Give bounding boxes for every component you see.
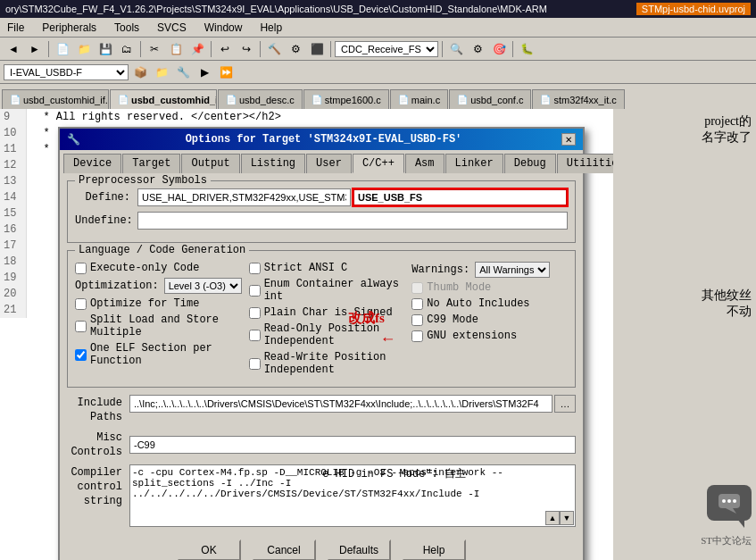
chk-ro-pos-label: Read-Only Position Independent xyxy=(264,322,405,347)
compiler-scroll-up[interactable]: ▲ xyxy=(545,511,560,525)
chk-ro-pos-input[interactable] xyxy=(249,330,261,341)
tab-it[interactable]: 📄 stm32f4xx_it.c xyxy=(532,89,624,109)
dialog-tab-listing[interactable]: Listing xyxy=(241,154,305,173)
define-label: Define: xyxy=(75,191,137,204)
menu-bar: File Peripherals Tools SVCS Window Help xyxy=(0,18,756,38)
btn-t2-2[interactable]: 📁 xyxy=(152,63,171,81)
btn-forward[interactable]: ► xyxy=(25,40,45,58)
chk-no-auto-label: No Auto Includes xyxy=(427,297,529,310)
chk-gnu-label: GNU extensions xyxy=(427,330,517,342)
chk-no-auto: No Auto Includes xyxy=(411,297,568,310)
tab-stmpe[interactable]: 📄 stmpe1600.c xyxy=(303,89,389,109)
btn-new[interactable]: 📄 xyxy=(53,40,72,58)
chk-one-elf-input[interactable] xyxy=(75,349,87,361)
function-combo[interactable]: CDC_Receive_FS xyxy=(335,41,438,57)
include-browse-button[interactable]: … xyxy=(554,395,576,413)
btn-open[interactable]: 📁 xyxy=(74,40,94,58)
warnings-select[interactable]: All Warnings xyxy=(475,262,550,278)
chk-plain-char-input[interactable] xyxy=(249,307,261,319)
compiler-scroll-down[interactable]: ▼ xyxy=(560,511,574,525)
optimization-select[interactable]: Level 3 (-O3) xyxy=(164,278,242,294)
chat-icon-svg xyxy=(717,492,742,514)
tab-customhid-2[interactable]: 📄 usbd_customhid_if.h xyxy=(110,89,217,109)
chk-enum-container-input[interactable] xyxy=(249,285,261,297)
tab-desc[interactable]: 📄 usbd_desc.c xyxy=(218,89,303,109)
chk-no-auto-input[interactable] xyxy=(411,298,423,310)
chk-strict-ansi: Strict ANSI C xyxy=(249,262,405,274)
menu-window[interactable]: Window xyxy=(201,21,246,35)
tab-label-2: usbd_customhid_if.h xyxy=(131,95,217,105)
defaults-button[interactable]: Defaults xyxy=(327,539,391,560)
dialog-tab-target[interactable]: Target xyxy=(122,154,180,173)
menu-svcs[interactable]: SVCS xyxy=(154,21,190,35)
chk-strict-ansi-input[interactable] xyxy=(249,263,261,274)
help-button[interactable]: Help xyxy=(402,539,466,560)
dialog-tab-output[interactable]: Output xyxy=(181,154,239,173)
btn-t2-1[interactable]: 📦 xyxy=(130,63,150,81)
chk-thumb-label: Thumb Mode xyxy=(427,281,491,294)
dialog-tab-device[interactable]: Device xyxy=(63,154,121,173)
tab-conf[interactable]: 📄 usbd_conf.c xyxy=(449,89,531,109)
chk-ro-pos: Read-Only Position Independent xyxy=(249,322,405,347)
chat-bubble-area xyxy=(707,485,752,521)
menu-peripherals[interactable]: Peripherals xyxy=(38,21,100,35)
menu-help[interactable]: Help xyxy=(256,21,286,35)
side-text: e HID in FS Mode": 自主 xyxy=(322,466,466,481)
chk-c99-input[interactable] xyxy=(411,314,423,326)
dialog-tab-cc[interactable]: C/C++ xyxy=(353,154,404,173)
btn-save[interactable]: 💾 xyxy=(96,40,115,58)
dialog-close-button[interactable]: ✕ xyxy=(561,133,576,146)
undefine-input[interactable] xyxy=(137,212,568,230)
btn-cut[interactable]: ✂ xyxy=(145,40,164,58)
tab-customhid-1[interactable]: 📄 usbd_customhid_if.h xyxy=(2,89,109,109)
btn-build[interactable]: 🔨 xyxy=(264,40,284,58)
chk-thumb-input xyxy=(411,282,423,294)
separator-6 xyxy=(442,41,443,57)
chk-gnu-input[interactable] xyxy=(411,330,423,342)
btn-debug[interactable]: 🐛 xyxy=(517,40,536,58)
btn-redo[interactable]: ↪ xyxy=(237,40,256,58)
btn-t2-5[interactable]: ⏩ xyxy=(216,63,236,81)
btn-target-options[interactable]: 🎯 xyxy=(489,40,509,58)
dialog-tab-user[interactable]: User xyxy=(306,154,352,173)
include-paths-input[interactable] xyxy=(129,395,552,413)
chk-optimize-time-input[interactable] xyxy=(75,298,87,310)
language-group-title: Language / Code Generation xyxy=(75,244,249,256)
tab-label-3: usbd_desc.c xyxy=(239,95,295,105)
btn-stop[interactable]: ⬛ xyxy=(307,40,327,58)
dialog-tab-linker[interactable]: Linker xyxy=(445,154,503,173)
compiler-string-section: Compilercontrolstring -c -cpu Cortex-M4.… xyxy=(67,464,576,527)
annotation-panel: project的 名字改了 其他纹丝 不动 ST中文论坛 xyxy=(613,109,756,560)
btn-undo[interactable]: ↩ xyxy=(215,40,235,58)
chk-one-elf: One ELF Section per Function xyxy=(75,342,242,367)
chk-split-load-input[interactable] xyxy=(75,321,87,332)
warnings-row: Warnings: All Warnings xyxy=(411,262,568,278)
chk-rw-pos-input[interactable] xyxy=(249,358,261,370)
site-label: ST中文论坛 xyxy=(701,534,752,547)
misc-controls-input[interactable] xyxy=(129,436,576,454)
btn-rebuild[interactable]: ⚙ xyxy=(286,40,305,58)
define-input-main[interactable] xyxy=(137,188,351,206)
btn-t2-4[interactable]: ▶ xyxy=(195,63,214,81)
ok-button[interactable]: OK xyxy=(177,539,241,560)
btn-copy[interactable]: 📋 xyxy=(166,40,186,58)
cancel-button[interactable]: Cancel xyxy=(252,539,316,560)
dialog-tab-asm[interactable]: Asm xyxy=(405,154,444,173)
target-selector[interactable]: I-EVAL_USBD-F xyxy=(4,64,129,80)
btn-save-all[interactable]: 🗂 xyxy=(117,40,137,58)
btn-back[interactable]: ◄ xyxy=(4,40,23,58)
dialog-tab-debug[interactable]: Debug xyxy=(504,154,556,173)
btn-t2-3[interactable]: 🔧 xyxy=(173,63,193,81)
svg-point-2 xyxy=(727,499,731,503)
chk-execute-only-input[interactable] xyxy=(75,263,87,274)
menu-file[interactable]: File xyxy=(4,21,28,35)
optimization-label: Optimization: xyxy=(75,280,159,292)
btn-paste[interactable]: 📌 xyxy=(187,40,207,58)
chk-thumb: Thumb Mode xyxy=(411,281,568,294)
define-input-usb[interactable] xyxy=(353,188,568,206)
dialog-tab-utilities[interactable]: Utilities xyxy=(557,154,613,173)
btn-config[interactable]: ⚙ xyxy=(468,40,487,58)
btn-search[interactable]: 🔍 xyxy=(446,40,466,58)
tab-main[interactable]: 📄 main.c xyxy=(390,89,448,109)
menu-tools[interactable]: Tools xyxy=(111,21,143,35)
